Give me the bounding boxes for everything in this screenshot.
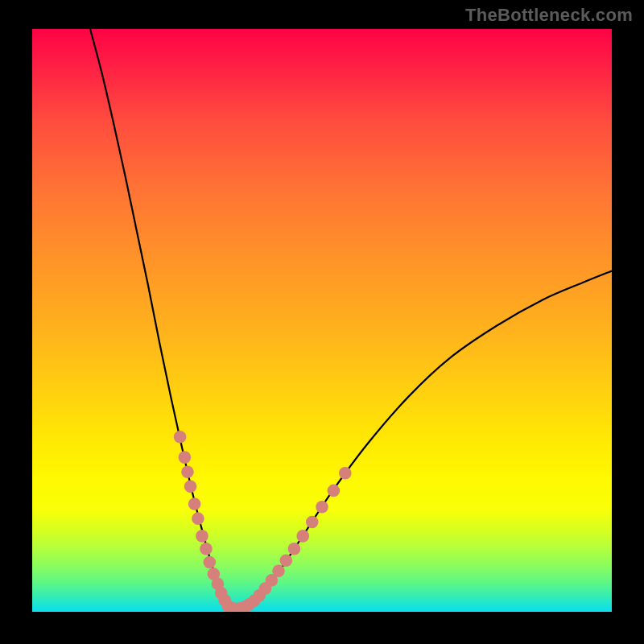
chart-frame: TheBottleneck.com bbox=[0, 0, 644, 644]
data-marker bbox=[174, 431, 187, 444]
data-marker bbox=[296, 530, 309, 543]
data-marker bbox=[188, 497, 201, 510]
data-marker bbox=[328, 485, 341, 497]
chart-svg bbox=[32, 29, 612, 612]
data-marker bbox=[306, 516, 319, 529]
data-marker bbox=[204, 556, 217, 569]
data-marker bbox=[179, 451, 192, 464]
marker-group bbox=[174, 431, 352, 612]
data-marker bbox=[181, 465, 194, 478]
bottleneck-curve bbox=[90, 29, 612, 609]
data-marker bbox=[339, 467, 352, 480]
data-marker bbox=[192, 512, 204, 525]
data-marker bbox=[280, 554, 293, 567]
plot-area bbox=[32, 29, 612, 612]
data-marker bbox=[316, 501, 328, 514]
data-marker bbox=[200, 543, 213, 555]
watermark-label: TheBottleneck.com bbox=[465, 5, 633, 26]
data-marker bbox=[184, 481, 197, 493]
data-marker bbox=[196, 530, 208, 543]
data-marker bbox=[272, 565, 285, 578]
data-marker bbox=[288, 543, 301, 555]
